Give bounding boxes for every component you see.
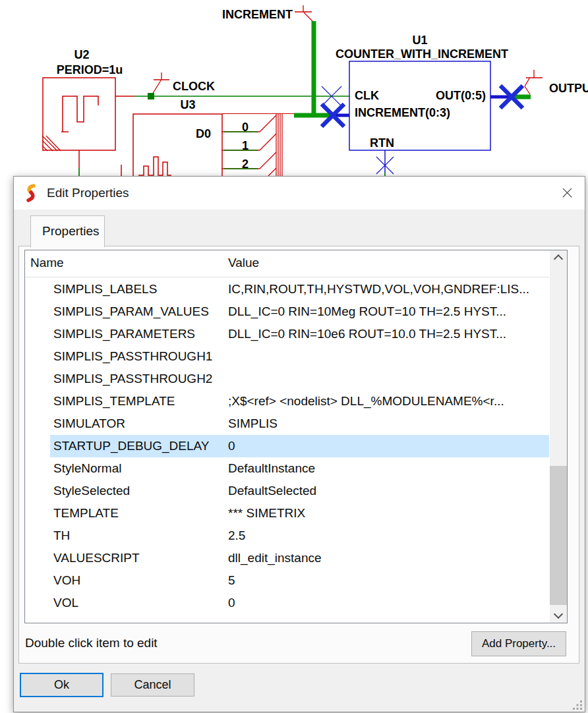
property-value: SIMPLIS bbox=[228, 413, 278, 435]
property-name: StyleSelected bbox=[53, 484, 130, 498]
tab-properties[interactable]: Properties bbox=[30, 215, 105, 247]
bit0-label: 0 bbox=[242, 121, 249, 134]
bit1-label: 1 bbox=[242, 139, 249, 152]
property-row[interactable]: SIMPLIS_LABELS IC,RIN,ROUT,TH,HYSTWD,VOL… bbox=[50, 278, 549, 300]
output-net-label[interactable]: OUTPUT bbox=[549, 82, 588, 95]
properties-table[interactable]: Name Value SIMPLIS_LABELS IC,RIN,ROUT,TH… bbox=[24, 250, 568, 623]
property-row[interactable]: TEMPLATE *** SIMETRIX bbox=[50, 502, 549, 525]
property-name: STARTUP_DEBUG_DELAY bbox=[53, 439, 210, 453]
property-name: VOL bbox=[53, 596, 78, 610]
property-row[interactable]: SIMPLIS_TEMPLATE ;X$<ref> <nodelist> DLL… bbox=[50, 390, 549, 413]
property-value: *** SIMETRIX bbox=[228, 502, 305, 525]
property-name: SIMPLIS_PARAMETERS bbox=[53, 327, 195, 341]
property-name: SIMULATOR bbox=[53, 416, 125, 430]
property-row[interactable]: SIMPLIS_PARAMETERS DLL_IC=0 RIN=10e6 ROU… bbox=[50, 323, 549, 345]
property-value: 5 bbox=[228, 569, 235, 592]
property-name: SIMPLIS_PARAM_VALUES bbox=[53, 304, 209, 318]
increment-terminal-icon[interactable] bbox=[295, 5, 312, 21]
u1-pin-clk-label: CLK bbox=[355, 89, 379, 102]
scrollbar-thumb[interactable] bbox=[550, 466, 567, 605]
vertical-scrollbar[interactable] bbox=[550, 250, 567, 623]
add-property-button[interactable]: Add Property... bbox=[471, 631, 566, 656]
u2-hatch bbox=[42, 136, 61, 151]
dialog-title: Edit Properties bbox=[47, 186, 129, 200]
u2-param-label[interactable]: PERIOD=1u bbox=[57, 63, 123, 76]
property-value: 0 bbox=[228, 435, 235, 457]
clock-net-label[interactable]: CLOCK bbox=[173, 80, 215, 93]
schematic-canvas: INCREMENT CLOCK OUTPUT U2 PERIOD=1u U3 D… bbox=[0, 0, 588, 177]
cancel-button[interactable]: Cancel bbox=[111, 673, 194, 697]
bus-vertical[interactable] bbox=[276, 114, 282, 176]
scroll-up-icon[interactable] bbox=[550, 250, 567, 265]
clock-terminal-icon[interactable] bbox=[152, 72, 169, 94]
property-name: SIMPLIS_PASSTHROUGH1 bbox=[53, 349, 212, 363]
property-row[interactable]: VALUESCRIPT dll_edit_instance bbox=[50, 547, 549, 569]
hint-text: Double click item to edit bbox=[25, 636, 158, 650]
property-value: IC,RIN,ROUT,TH,HYSTWD,VOL,VOH,GNDREF:LIS… bbox=[228, 278, 529, 300]
property-name: SIMPLIS_TEMPLATE bbox=[53, 394, 175, 408]
property-row[interactable]: TH 2.5 bbox=[50, 525, 549, 547]
property-value: DefaultInstance bbox=[228, 457, 315, 480]
ok-button[interactable]: Ok bbox=[20, 673, 103, 697]
property-row[interactable]: VOH 5 bbox=[50, 569, 549, 592]
u3-waveform-glyph bbox=[138, 157, 171, 175]
property-row[interactable]: VOL 0 bbox=[50, 592, 549, 614]
property-value: DLL_IC=0 RIN=10e6 ROUT=10.0 TH=2.5 HYST.… bbox=[228, 323, 506, 345]
property-value: 2.5 bbox=[228, 525, 245, 547]
property-name: StyleNormal bbox=[53, 461, 121, 475]
property-row[interactable]: SIMPLIS_PASSTHROUGH1 bbox=[50, 345, 549, 368]
clock-junction-square[interactable] bbox=[148, 93, 154, 100]
property-row[interactable]: SIMPLIS_PASSTHROUGH2 bbox=[50, 368, 549, 390]
u2-symbol-body[interactable] bbox=[43, 78, 115, 150]
u2-waveform-glyph bbox=[61, 96, 98, 132]
property-row[interactable]: StyleSelected DefaultSelected bbox=[50, 480, 549, 502]
property-row[interactable]: SIMULATOR SIMPLIS bbox=[50, 413, 549, 435]
table-body: SIMPLIS_LABELS IC,RIN,ROUT,TH,HYSTWD,VOL… bbox=[25, 278, 549, 623]
property-row[interactable]: SIMPLIS_PARAM_VALUES DLL_IC=0 RIN=10Meg … bbox=[50, 300, 549, 323]
scroll-down-icon[interactable] bbox=[550, 608, 567, 623]
increment-net-label[interactable]: INCREMENT bbox=[222, 8, 293, 21]
property-row[interactable]: StyleNormal DefaultInstance bbox=[50, 457, 549, 480]
property-name: TH bbox=[53, 528, 70, 542]
bit2-label: 2 bbox=[242, 157, 249, 171]
property-value: dll_edit_instance bbox=[228, 547, 322, 569]
u3-ref-label[interactable]: U3 bbox=[180, 98, 195, 111]
resize-grip[interactable] bbox=[573, 700, 582, 710]
bus-ripper-diagonals bbox=[260, 115, 276, 176]
column-header-value[interactable]: Value bbox=[228, 256, 259, 270]
table-header: Name Value bbox=[25, 250, 549, 277]
property-name: VOH bbox=[53, 573, 80, 587]
u2-ref-label[interactable]: U2 bbox=[74, 48, 89, 61]
simetrix-logo-icon bbox=[24, 184, 38, 202]
tab-content-panel: Name Value SIMPLIS_LABELS IC,RIN,ROUT,TH… bbox=[18, 246, 579, 664]
u1-name-label[interactable]: COUNTER_WITH_INCREMENT bbox=[336, 47, 508, 61]
column-header-name[interactable]: Name bbox=[30, 256, 64, 270]
output-terminal-icon[interactable] bbox=[525, 70, 543, 94]
u1-pin-increment-label: INCREMENT(0:3) bbox=[355, 106, 450, 119]
property-value: DLL_IC=0 RIN=10Meg ROUT=10 TH=2.5 HYST..… bbox=[228, 300, 506, 323]
u1-ref-label[interactable]: U1 bbox=[412, 34, 427, 47]
property-name: TEMPLATE bbox=[53, 506, 119, 520]
u1-pin-out-label: OUT(0:5) bbox=[436, 89, 486, 102]
property-value: DefaultSelected bbox=[228, 480, 316, 502]
dialog-titlebar[interactable]: Edit Properties bbox=[14, 177, 585, 210]
u1-pin-rtn-label: RTN bbox=[370, 136, 394, 150]
u3-symbol-body[interactable] bbox=[133, 114, 222, 177]
property-name: VALUESCRIPT bbox=[53, 551, 140, 565]
property-value: ;X$<ref> <nodelist> DLL_%MODULENAME%<r..… bbox=[228, 390, 504, 413]
edit-properties-dialog: Edit Properties Properties Name Value SI… bbox=[13, 176, 585, 712]
close-icon[interactable] bbox=[557, 184, 577, 202]
property-name: SIMPLIS_LABELS bbox=[53, 282, 157, 296]
property-name: SIMPLIS_PASSTHROUGH2 bbox=[53, 372, 212, 385]
u3-pin-d0-label: D0 bbox=[196, 127, 211, 140]
property-row[interactable]: STARTUP_DEBUG_DELAY 0 bbox=[50, 435, 549, 457]
property-value: 0 bbox=[228, 592, 235, 614]
